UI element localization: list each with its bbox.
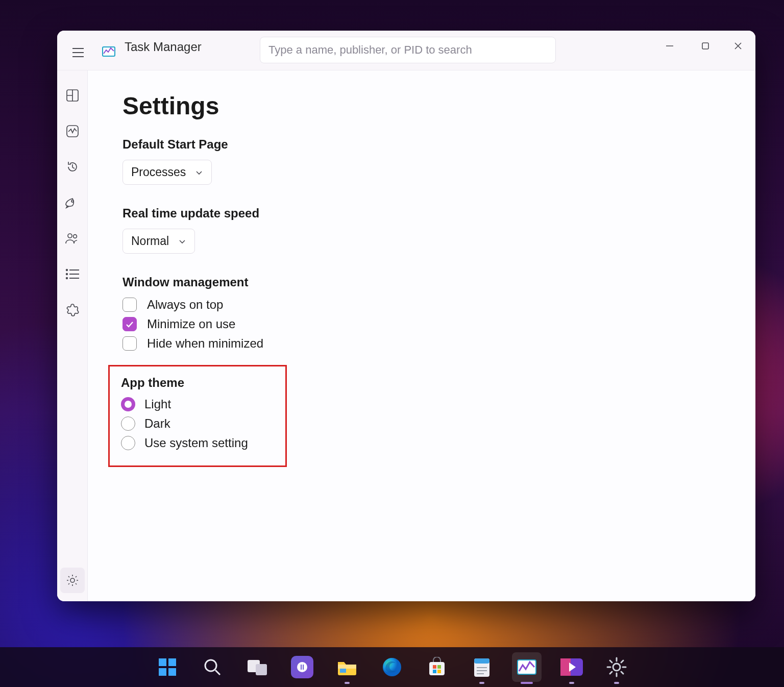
theme-light-radio[interactable] (121, 397, 135, 411)
hide-when-minimized-label: Hide when minimized (147, 336, 263, 351)
taskbar-edge[interactable] (377, 652, 407, 682)
taskbar-running-indicator (345, 682, 350, 684)
svg-rect-44 (474, 658, 489, 664)
svg-line-13 (72, 167, 75, 168)
maximize-button[interactable] (691, 36, 720, 56)
page-title: Settings (122, 92, 721, 120)
update-speed-value: Normal (131, 234, 169, 248)
svg-rect-34 (303, 665, 304, 670)
svg-line-58 (621, 672, 623, 674)
svg-line-60 (610, 672, 612, 674)
svg-point-18 (66, 274, 67, 275)
svg-point-15 (68, 234, 72, 238)
svg-point-23 (70, 578, 75, 582)
taskbar-running-indicator (614, 682, 619, 684)
nav-services[interactable] (61, 297, 84, 323)
nav-startup-apps[interactable] (61, 190, 84, 215)
svg-rect-25 (168, 658, 176, 666)
taskbar-clipchamp[interactable] (557, 652, 586, 682)
theme-dark-label: Dark (144, 416, 170, 431)
svg-line-57 (610, 660, 612, 663)
task-manager-app-icon (101, 44, 116, 59)
svg-rect-42 (437, 670, 441, 673)
svg-rect-38 (429, 662, 445, 675)
always-on-top-label: Always on top (147, 298, 223, 312)
taskbar-search[interactable] (198, 652, 227, 682)
svg-rect-35 (338, 665, 356, 669)
taskbar-notepad[interactable] (467, 652, 497, 682)
theme-system-label: Use system setting (144, 436, 248, 450)
taskbar-active-indicator (521, 682, 533, 684)
close-button[interactable] (724, 36, 752, 56)
nav-rail (57, 70, 88, 601)
settings-page: Settings Default Start Page Processes Re… (88, 70, 755, 601)
svg-rect-40 (437, 665, 441, 669)
taskbar-task-manager[interactable] (512, 652, 542, 682)
svg-point-19 (66, 278, 67, 279)
chevron-down-icon (178, 237, 186, 246)
update-speed-combobox[interactable]: Normal (122, 229, 195, 254)
svg-rect-31 (256, 664, 267, 675)
hide-when-minimized-checkbox[interactable] (122, 336, 137, 351)
taskbar-running-indicator (479, 682, 484, 684)
taskbar-task-view[interactable] (242, 652, 272, 682)
start-page-value: Processes (131, 165, 186, 179)
svg-rect-41 (433, 670, 436, 673)
nav-users[interactable] (61, 226, 84, 251)
taskbar-file-explorer[interactable] (332, 652, 362, 682)
taskbar-start[interactable] (153, 652, 182, 682)
svg-rect-24 (159, 658, 166, 666)
nav-app-history[interactable] (61, 154, 84, 180)
nav-performance[interactable] (61, 118, 84, 144)
svg-rect-33 (301, 665, 302, 670)
hamburger-menu-button[interactable] (68, 43, 88, 62)
svg-point-28 (205, 660, 216, 671)
taskbar-windows-settings[interactable] (602, 652, 631, 682)
svg-rect-39 (433, 665, 436, 669)
nav-details[interactable] (61, 261, 84, 287)
taskbar[interactable] (0, 647, 784, 687)
search-box[interactable] (260, 37, 556, 63)
svg-point-16 (73, 235, 77, 238)
app-theme-highlight: App theme Light Dark Use system setting (108, 365, 287, 467)
taskbar-running-indicator (569, 682, 574, 684)
svg-rect-5 (702, 43, 708, 49)
start-page-combobox[interactable]: Processes (122, 160, 212, 185)
nav-processes[interactable] (61, 83, 84, 108)
chevron-down-icon (195, 168, 203, 177)
minimize-on-use-label: Minimize on use (147, 317, 235, 331)
svg-point-17 (66, 269, 67, 271)
nav-settings[interactable] (60, 568, 85, 593)
svg-rect-36 (340, 669, 346, 673)
svg-point-14 (71, 200, 74, 202)
window-management-label: Window management (122, 275, 721, 289)
titlebar[interactable]: Task Manager (57, 31, 755, 70)
taskbar-chat[interactable] (287, 652, 317, 682)
theme-light-label: Light (144, 397, 171, 411)
svg-rect-27 (168, 668, 176, 676)
start-page-label: Default Start Page (122, 137, 721, 152)
svg-point-52 (613, 664, 620, 671)
task-manager-window: Task Manager (57, 31, 755, 601)
app-theme-label: App theme (121, 376, 274, 390)
theme-dark-radio[interactable] (121, 416, 135, 431)
svg-point-32 (297, 662, 307, 672)
always-on-top-checkbox[interactable] (122, 298, 137, 312)
taskbar-store[interactable] (422, 652, 452, 682)
svg-line-29 (215, 670, 220, 675)
update-speed-label: Real time update speed (122, 206, 721, 220)
search-input[interactable] (268, 43, 547, 57)
svg-rect-26 (159, 668, 166, 676)
window-title: Task Manager (125, 40, 202, 54)
minimize-button[interactable] (655, 36, 684, 56)
svg-line-59 (621, 660, 623, 663)
minimize-on-use-checkbox[interactable] (122, 317, 137, 331)
theme-system-radio[interactable] (121, 436, 135, 450)
